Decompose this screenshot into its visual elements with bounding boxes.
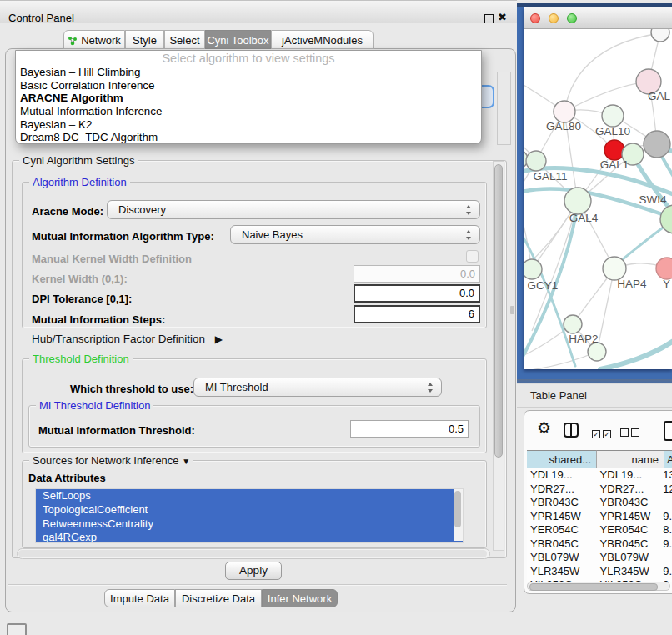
network-node-label: HAP2 — [569, 332, 598, 345]
network-edge[interactable] — [524, 352, 597, 369]
table-hscrollbar-thumb[interactable] — [529, 583, 658, 591]
mi-steps-field[interactable]: 6 — [354, 305, 480, 323]
tab-infer-network[interactable]: Infer Network — [262, 589, 338, 608]
minimize-traffic-light-icon[interactable] — [549, 13, 559, 23]
cell-shared-name: YER054C — [527, 523, 595, 538]
settings-scrollbar-thumb[interactable] — [494, 164, 503, 458]
gear-icon[interactable]: ⚙ — [537, 419, 551, 438]
float-window-icon[interactable] — [484, 14, 494, 23]
select-all-checkboxes-icon[interactable]: ✓✓ — [592, 427, 614, 439]
aracne-mode-value: Discovery — [118, 203, 166, 216]
control-panel-titlebar[interactable]: Control Panel ✖ — [0, 0, 517, 23]
table-row[interactable]: YBL079W YBL079W — [527, 551, 672, 565]
stepper-arrows-icon — [465, 229, 472, 241]
mi-type-value: Naive Bayes — [242, 228, 303, 241]
settings-hscrollbar-thumb[interactable] — [18, 550, 487, 558]
attribute-item-selected[interactable]: BetweennessCentrality — [36, 518, 463, 532]
dropdown-item[interactable]: Bayesian – Hill Climbing — [16, 66, 481, 79]
attributes-scrollbar-thumb[interactable] — [454, 491, 461, 528]
table-row[interactable]: YBR045C YBR045C 9. — [527, 538, 672, 552]
network-node-label: GCY1 — [528, 279, 559, 292]
settings-scrollbar[interactable] — [493, 161, 504, 551]
attribute-item-selected[interactable]: gal4RGexp — [36, 531, 463, 543]
tab-cyni-toolbox[interactable]: Cyni Toolbox — [205, 30, 271, 49]
table-row[interactable]: YDL19... YDL19... 13 — [527, 468, 672, 482]
document-icon[interactable] — [664, 421, 672, 441]
network-window[interactable]: GALGAL80GAL10GAL1GAL11SWI4GAL4GCY1HAP4YH… — [517, 3, 672, 383]
dropdown-item[interactable]: Dream8 DC_TDC Algorithm — [16, 131, 481, 144]
table-row[interactable]: YLR345W YLR345W 9. — [527, 565, 672, 579]
deselect-all-checkboxes-icon[interactable] — [620, 427, 642, 439]
dpi-tolerance-field[interactable]: 0.0 — [354, 284, 480, 302]
cell-partial: 12 — [660, 482, 672, 497]
network-node[interactable] — [524, 259, 542, 279]
control-panel-title: Control Panel — [8, 12, 74, 24]
hub-section-toggle[interactable]: Hub/Transcription Factor Definition ▶ — [32, 332, 223, 345]
dropdown-item[interactable]: Bayesian – K2 — [16, 118, 481, 132]
attributes-scrollbar[interactable] — [454, 489, 463, 541]
manual-kernel-checkbox[interactable] — [466, 250, 479, 262]
network-node[interactable] — [604, 140, 624, 160]
tab-label: Infer Network — [268, 592, 332, 605]
network-canvas-wrap[interactable]: GALGAL80GAL10GAL1GAL11SWI4GAL4GCY1HAP4YH… — [524, 29, 672, 369]
network-node[interactable] — [588, 342, 606, 361]
network-node[interactable] — [564, 188, 591, 214]
algorithm-definition-title: Algorithm Definition — [29, 176, 130, 188]
column-header-partial[interactable]: A — [664, 450, 672, 468]
network-node[interactable] — [656, 258, 672, 279]
sources-group-title[interactable]: Sources for Network Inference ▼ — [29, 454, 193, 468]
screen: Control Panel ✖ Network Style Select Cyn… — [0, 0, 672, 635]
splitter-handle[interactable] — [510, 306, 514, 314]
network-node[interactable] — [526, 151, 546, 171]
network-node[interactable] — [644, 131, 670, 158]
which-threshold-value: MI Threshold — [205, 381, 268, 393]
aracne-mode-select[interactable]: Discovery — [107, 200, 480, 219]
data-attributes-list[interactable]: SelfLoops TopologicalCoefficient Between… — [35, 488, 464, 543]
network-edge-highlighted[interactable] — [600, 336, 672, 369]
tab-label: Select — [169, 34, 199, 47]
kernel-width-field[interactable]: 0.0 — [354, 265, 480, 282]
settings-hscrollbar[interactable] — [17, 548, 490, 559]
tab-network[interactable]: Network — [63, 30, 125, 49]
network-node[interactable] — [651, 29, 669, 42]
mi-threshold-field[interactable]: 0.5 — [350, 420, 469, 438]
dropdown-item[interactable]: Mutual Information Inference — [16, 105, 481, 118]
dropdown-item[interactable]: ARACNE Algorithm — [16, 92, 481, 105]
tab-select[interactable]: Select — [164, 30, 205, 49]
table-hscrollbar[interactable] — [527, 582, 670, 591]
network-node[interactable] — [602, 105, 624, 127]
tab-style[interactable]: Style — [125, 30, 164, 49]
close-traffic-light-icon[interactable] — [530, 13, 540, 23]
minimized-panel-icon[interactable] — [7, 623, 27, 635]
table-row[interactable]: YPR145W YPR145W 9. — [527, 510, 672, 524]
zoom-traffic-light-icon[interactable] — [567, 13, 577, 23]
network-node[interactable] — [564, 315, 582, 333]
mi-type-select[interactable]: Naive Bayes — [230, 225, 480, 244]
column-header-name[interactable]: name — [597, 450, 664, 468]
network-window-titlebar[interactable] — [524, 8, 672, 29]
table-row[interactable]: YER054C YER054C 8. — [527, 523, 672, 538]
table-row[interactable]: YDR27... YDR27... 12 — [527, 482, 672, 497]
which-threshold-select[interactable]: MI Threshold — [193, 378, 442, 397]
table-panel-title: Table Panel — [530, 389, 587, 402]
cell-name: YDR27... — [595, 482, 661, 497]
column-header-shared-name[interactable]: shared... — [527, 450, 597, 468]
network-node[interactable] — [603, 257, 626, 280]
close-icon[interactable]: ✖ — [498, 11, 507, 23]
network-icon — [68, 32, 78, 52]
attribute-item-selected[interactable]: TopologicalCoefficient — [36, 503, 463, 518]
table-row[interactable]: YBR043C YBR043C — [527, 496, 672, 510]
algorithm-dropdown-popup: Select algorithm to view settings Bayesi… — [15, 50, 482, 144]
mi-threshold-label: Mutual Information Threshold: — [38, 424, 195, 437]
attribute-item-selected[interactable]: SelfLoops — [36, 489, 463, 503]
network-view-frame: GALGAL80GAL10GAL1GAL11SWI4GAL4GCY1HAP4YH… — [524, 8, 672, 369]
dropdown-item[interactable]: Basic Correlation Inference — [16, 79, 481, 92]
tab-impute-data[interactable]: Impute Data — [104, 589, 175, 608]
network-node-label: GAL1 — [600, 158, 629, 171]
network-canvas: GALGAL80GAL10GAL1GAL11SWI4GAL4GCY1HAP4YH… — [524, 29, 672, 369]
apply-button[interactable]: Apply — [225, 562, 282, 580]
split-view-icon[interactable] — [564, 422, 579, 438]
tab-label: Network — [81, 34, 121, 47]
tab-discretize-data[interactable]: Discretize Data — [175, 589, 262, 608]
tab-jactivemnodules[interactable]: jActiveMNodules — [271, 30, 374, 49]
